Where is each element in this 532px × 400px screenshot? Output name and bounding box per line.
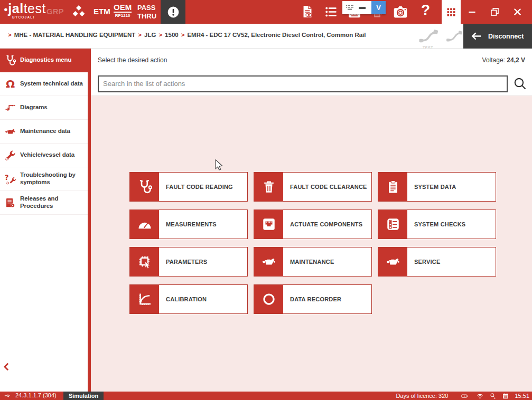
action-tile-parameters[interactable]: PARAMETERS <box>129 247 248 277</box>
oilcan-icon <box>378 247 407 276</box>
sidebar-item-diagrams[interactable]: Diagrams <box>0 96 88 120</box>
action-tile-fault-code-reading[interactable]: FAULT CODE READING <box>129 172 248 202</box>
calendar-icon <box>502 393 509 399</box>
sidebar-collapse-button[interactable] <box>2 361 12 373</box>
logo-subtitle: BYCOJALI <box>12 16 46 20</box>
stethoscope-icon <box>0 54 20 66</box>
version-label: 24.3.1.1.7 (304) <box>15 392 57 398</box>
document-eye-icon <box>300 4 315 19</box>
sidebar-item-releases-and-procedures[interactable]: Releases and Procedures <box>0 191 88 215</box>
battery-icon <box>459 393 471 399</box>
action-tile-actuate-components[interactable]: ACTUATE COMPONENTS <box>254 209 372 239</box>
help-button[interactable]: ? <box>421 2 430 18</box>
s-connector-icon <box>445 28 462 45</box>
stethoscope-icon <box>130 173 159 201</box>
breadcrumb-separator: > <box>138 32 142 38</box>
s-connector-icon <box>418 27 438 47</box>
jaltest-app-window: ●jaltest BYCOJALI GRP ETM OEM RP1210 PAS… <box>0 0 532 400</box>
breadcrumb-item[interactable]: JLG <box>144 32 156 38</box>
action-header: Select the desired action Voltage: 24,2 … <box>91 49 532 72</box>
omega-icon: Ω <box>0 78 20 90</box>
action-tile-system-checks[interactable]: SYSTEM CHECKS <box>378 209 496 239</box>
window-minimize-button[interactable] <box>464 4 480 19</box>
minimize-icon <box>466 6 478 17</box>
chip-icon <box>130 247 159 276</box>
action-tile-maintenance[interactable]: MAINTENANCE <box>254 247 372 277</box>
pass-thru-button[interactable]: PASS THRU <box>137 4 156 20</box>
report-button[interactable] <box>300 4 315 19</box>
clipboard-icon <box>378 173 407 201</box>
checklist-icon <box>378 210 407 239</box>
diagram-icon <box>0 102 20 114</box>
breadcrumb-bar: >MHE - MATERIAL HANDLING EQUIPMENT>JLG>1… <box>0 24 532 49</box>
keyboard-layout-icon[interactable] <box>345 4 354 12</box>
list-button[interactable] <box>324 5 338 19</box>
svg-text:?: ? <box>4 173 8 181</box>
action-tile-service[interactable]: SERVICE <box>378 247 496 277</box>
sidebar-item-diagnostics-menu[interactable]: Diagnostics menu <box>0 49 88 72</box>
breadcrumb-item[interactable]: EMR4 - EDC 17 CV52, Electronic Diesel Co… <box>187 32 366 38</box>
cubes-icon <box>71 4 87 20</box>
bullet-list-icon <box>324 5 338 19</box>
action-tile-fault-code-clearance[interactable]: FAULT CODE CLEARANCE <box>254 172 372 202</box>
connector-icon <box>254 210 283 239</box>
usb-icon <box>2 393 13 399</box>
window-restore-button[interactable] <box>487 4 502 19</box>
jaltest-logo: ●jaltest BYCOJALI <box>4 2 46 20</box>
question-wrench-icon: ? <box>0 173 20 185</box>
action-tile-system-data[interactable]: SYSTEM DATA <box>378 172 496 202</box>
search-input[interactable] <box>98 75 508 92</box>
page-title: Select the desired action <box>98 56 167 64</box>
breadcrumb-separator: > <box>181 32 185 38</box>
sidebar-item-maintenance-data[interactable]: Maintenance data <box>0 120 88 144</box>
record-icon <box>254 285 283 313</box>
breadcrumb: >MHE - MATERIAL HANDLING EQUIPMENT>JLG>1… <box>5 32 366 38</box>
sidebar-item-troubleshooting-by-symptoms[interactable]: ? Troubleshooting by symptoms <box>0 167 88 191</box>
panel-minimize-icon[interactable] <box>359 7 366 9</box>
wrench-gear-icon <box>0 149 20 161</box>
sidebar-menu: Diagnostics menu Ω System technical data… <box>0 49 88 215</box>
close-icon <box>512 6 523 17</box>
etm-button[interactable]: ETM <box>94 7 110 16</box>
restore-icon <box>489 6 500 17</box>
action-tile-data-recorder[interactable]: DATA RECORDER <box>254 284 372 314</box>
panel-confirm-button[interactable]: V <box>371 1 386 14</box>
action-grid: FAULT CODE READING FAULT CODE CLEARANCE … <box>129 172 496 314</box>
zoom-find-icon <box>489 393 497 399</box>
sidebar-item-vehicle-vessel-data[interactable]: Vehicle/vessel data <box>0 144 88 167</box>
svg-text:Ω: Ω <box>5 78 14 90</box>
arrow-left-icon <box>470 30 482 42</box>
search-bar <box>91 72 532 96</box>
trash-icon <box>254 173 283 201</box>
breadcrumb-item[interactable]: MHE - MATERIAL HANDLING EQUIPMENT <box>14 32 136 38</box>
simulation-badge: Simulation <box>63 392 104 400</box>
breadcrumb-separator: > <box>158 32 162 38</box>
warning-button[interactable] <box>161 0 185 24</box>
grp-button-disabled: GRP <box>46 7 64 16</box>
screenshot-button[interactable] <box>392 4 409 21</box>
window-close-button[interactable] <box>509 4 525 19</box>
magnifier-icon <box>513 77 527 91</box>
clock-label: 15:51 <box>515 393 529 399</box>
action-tile-calibration[interactable]: CALIBRATION <box>129 284 248 314</box>
oilcan-icon <box>0 126 20 138</box>
camera-icon <box>392 4 409 21</box>
modules-button[interactable] <box>70 4 87 21</box>
grid-apps-icon <box>446 7 456 17</box>
calibration-icon <box>130 285 159 313</box>
sidebar-item-system-technical-data[interactable]: Ω System technical data <box>0 72 88 96</box>
warning-icon <box>166 5 180 19</box>
gauge-icon <box>130 210 159 239</box>
apps-menu-button[interactable] <box>442 0 461 24</box>
onscreen-keyboard-panel: V <box>342 1 386 14</box>
oilcan-icon <box>254 247 283 276</box>
disconnect-button[interactable]: Disconnect <box>463 24 532 49</box>
breadcrumb-separator: > <box>8 32 12 38</box>
connection-button-disabled <box>445 28 462 45</box>
search-button[interactable] <box>508 73 532 94</box>
wifi-icon <box>476 393 484 399</box>
top-toolbar: ●jaltest BYCOJALI GRP ETM OEM RP1210 PAS… <box>0 0 532 24</box>
breadcrumb-item[interactable]: 1500 <box>165 32 179 38</box>
action-tile-measurements[interactable]: MEASUREMENTS <box>129 209 248 239</box>
oem-rp1210-button[interactable]: OEM RP1210 <box>114 3 132 18</box>
